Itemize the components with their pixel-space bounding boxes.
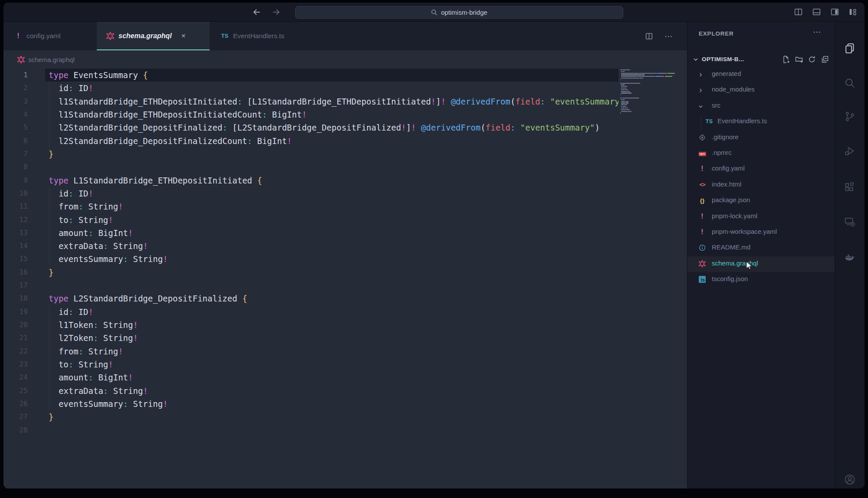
workspace-section-header[interactable]: OPTIMISM-B... <box>687 52 835 67</box>
titlebar: optimism-bridge <box>3 3 865 22</box>
breadcrumb-file: schema.graphql <box>28 56 75 63</box>
split-editor-icon[interactable] <box>645 32 653 40</box>
forward-arrow-icon[interactable] <box>272 7 281 17</box>
docker-icon[interactable] <box>844 252 856 263</box>
minimap[interactable] <box>618 69 679 156</box>
tree-item-label: .npmrc <box>712 149 732 156</box>
source-control-icon[interactable] <box>844 111 856 122</box>
search-icon <box>431 9 437 16</box>
customize-layout-icon[interactable] <box>848 7 858 16</box>
chevron-down-icon <box>698 103 704 109</box>
tree-folder-src[interactable]: src <box>687 98 835 114</box>
info-icon <box>698 243 707 252</box>
tab-schema-graphql[interactable]: schema.graphql × <box>97 22 210 50</box>
breadcrumb[interactable]: schema.graphql <box>3 50 687 69</box>
code-line[interactable]: 17 <box>3 279 687 292</box>
code-line[interactable]: 21 l2Token: String! <box>3 331 687 344</box>
line-number: 14 <box>3 239 28 252</box>
line-number: 24 <box>3 371 28 384</box>
collapse-all-icon[interactable] <box>821 55 829 64</box>
code-line[interactable]: 22 from: String! <box>3 345 687 358</box>
back-arrow-icon[interactable] <box>252 7 261 17</box>
code-line[interactable]: 28 <box>3 424 687 437</box>
activity-bar <box>835 22 865 488</box>
code-line[interactable]: 13 amount: BigInt! <box>3 226 687 239</box>
code-line[interactable]: 20 l1Token: String! <box>3 318 687 331</box>
extensions-icon[interactable] <box>844 181 856 193</box>
line-number: 18 <box>3 292 28 305</box>
explorer-more-actions-icon[interactable]: ⋯ <box>813 27 822 37</box>
remote-explorer-icon[interactable] <box>844 216 856 228</box>
tree-file--gitignore[interactable]: .gitignore <box>687 130 835 146</box>
code-line[interactable]: 18type L2StandardBridge_DepositFinalized… <box>3 292 687 305</box>
toggle-panel-icon[interactable] <box>812 7 821 16</box>
split-editor-icon[interactable] <box>794 7 803 16</box>
tab-bar: ! config.yaml schema.graphql × TS EventH… <box>3 22 687 50</box>
code-line[interactable]: 27} <box>3 410 687 423</box>
tree-item-label: pnpm-lock.yaml <box>712 212 757 220</box>
code-line[interactable]: 23 to: String! <box>3 358 687 371</box>
code-line[interactable]: 26 eventsSummary: String! <box>3 397 687 410</box>
tree-folder-node-modules[interactable]: node_modules <box>687 82 835 98</box>
code-line[interactable]: 10 id: ID! <box>3 187 687 200</box>
code-line[interactable]: 15 eventsSummary: String! <box>3 252 687 265</box>
tree-file--npmrc[interactable]: npm.npmrc <box>687 146 835 161</box>
code-line[interactable]: 4 l1StandardBridge_ETHDepositInitiatedCo… <box>3 108 687 121</box>
tree-file-package-json[interactable]: {}package.json <box>687 193 835 209</box>
new-folder-icon[interactable] <box>795 55 803 64</box>
code-line[interactable]: 1type EventsSummary { <box>3 69 687 82</box>
editor-group: ! config.yaml schema.graphql × TS EventH… <box>3 22 687 488</box>
code-line[interactable]: 2 id: ID! <box>3 82 687 95</box>
code-line[interactable]: 12 to: String! <box>3 213 687 226</box>
tabbar-actions: ⋯ <box>645 22 673 50</box>
chevron-right-icon <box>698 72 704 77</box>
tree-file-eventhandlers-ts[interactable]: TSEventHandlers.ts <box>687 114 835 130</box>
tab-config-yaml[interactable]: ! config.yaml <box>3 22 97 50</box>
npm-icon: npm <box>698 149 707 157</box>
code-line[interactable]: 24 amount: BigInt! <box>3 371 687 384</box>
code-line[interactable]: 16} <box>3 266 687 279</box>
screen: optimism-bridge ! <box>0 0 868 498</box>
tree-folder-generated[interactable]: generated <box>687 67 835 82</box>
tab-eventhandlers-ts[interactable]: TS EventHandlers.ts <box>210 22 312 50</box>
more-actions-icon[interactable]: ⋯ <box>664 31 673 41</box>
line-number: 6 <box>3 134 28 147</box>
tab-label: EventHandlers.ts <box>233 32 284 40</box>
line-number: 27 <box>3 410 28 423</box>
account-icon[interactable] <box>844 474 856 485</box>
code-line[interactable]: 5 l2StandardBridge_DepositFinalized: [L2… <box>3 121 687 134</box>
code-line[interactable]: 3 l1StandardBridge_ETHDepositInitiated: … <box>3 95 687 108</box>
tree-file-pnpm-workspace-yaml[interactable]: !pnpm-workspace.yaml <box>687 225 835 240</box>
code-line[interactable]: 11 from: String! <box>3 200 687 213</box>
refresh-icon[interactable] <box>808 55 816 64</box>
code-line[interactable]: 8 <box>3 161 687 174</box>
code-line[interactable]: 6 l2StandardBridge_DepositFinalizedCount… <box>3 134 687 147</box>
explorer-icon[interactable] <box>844 43 856 54</box>
git-icon <box>698 133 707 142</box>
search-icon[interactable] <box>844 77 856 89</box>
json-icon: {} <box>698 196 707 205</box>
tree-file-tsconfig-json[interactable]: tstsconfig.json <box>687 272 835 288</box>
code-line[interactable]: 14 extraData: String! <box>3 239 687 252</box>
command-center-search[interactable]: optimism-bridge <box>295 6 623 19</box>
code-area[interactable]: 1type EventsSummary {2 id: ID!3 l1Standa… <box>3 69 687 488</box>
run-debug-icon[interactable] <box>844 145 856 157</box>
code-line[interactable]: 25 extraData: String! <box>3 384 687 397</box>
tree-file-index-html[interactable]: <>index.html <box>687 177 835 193</box>
code-line[interactable]: 9type L1StandardBridge_ETHDepositInitiat… <box>3 174 687 187</box>
tree-file-readme-md[interactable]: README.md <box>687 240 835 256</box>
line-number: 19 <box>3 305 28 318</box>
line-number: 9 <box>3 174 28 187</box>
line-number: 17 <box>3 279 28 292</box>
toggle-secondary-sidebar-icon[interactable] <box>830 7 839 16</box>
tree-file-config-yaml[interactable]: !config.yaml <box>687 161 835 177</box>
chevron-down-icon <box>693 56 699 62</box>
yaml-icon: ! <box>698 228 707 236</box>
tree-file-schema-graphql[interactable]: schema.graphql <box>687 256 835 272</box>
new-file-icon[interactable] <box>782 55 790 64</box>
html-icon: <> <box>698 180 707 189</box>
code-line[interactable]: 7} <box>3 147 687 161</box>
tree-file-pnpm-lock-yaml[interactable]: !pnpm-lock.yaml <box>687 209 835 225</box>
close-tab-icon[interactable]: × <box>181 32 186 40</box>
code-line[interactable]: 19 id: ID! <box>3 305 687 318</box>
